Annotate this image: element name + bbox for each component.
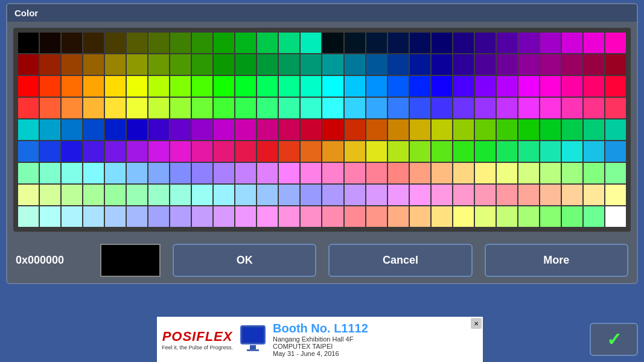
color-cell[interactable] (584, 141, 604, 162)
color-cell[interactable] (345, 163, 365, 183)
color-cell[interactable] (540, 163, 561, 183)
color-cell[interactable] (562, 54, 582, 75)
color-cell[interactable] (235, 206, 256, 227)
color-cell[interactable] (562, 119, 582, 140)
color-cell[interactable] (83, 76, 104, 97)
color-cell[interactable] (453, 54, 474, 75)
color-cell[interactable] (127, 185, 147, 205)
color-cell[interactable] (475, 163, 496, 183)
color-cell[interactable] (40, 163, 60, 183)
color-cell[interactable] (62, 141, 82, 162)
color-cell[interactable] (279, 119, 299, 140)
color-cell[interactable] (518, 119, 539, 140)
color-cell[interactable] (453, 206, 474, 227)
color-cell[interactable] (148, 98, 169, 118)
color-cell[interactable] (584, 98, 604, 118)
color-cell[interactable] (257, 206, 278, 227)
color-cell[interactable] (540, 98, 561, 118)
color-cell[interactable] (366, 206, 387, 227)
color-cell[interactable] (540, 33, 561, 53)
color-cell[interactable] (105, 206, 126, 227)
color-cell[interactable] (345, 141, 365, 162)
color-cell[interactable] (148, 119, 169, 140)
color-cell[interactable] (388, 141, 409, 162)
color-cell[interactable] (105, 185, 126, 205)
color-cell[interactable] (475, 119, 496, 140)
color-cell[interactable] (562, 163, 582, 183)
color-cell[interactable] (366, 141, 387, 162)
color-cell[interactable] (497, 119, 517, 140)
color-cell[interactable] (345, 185, 365, 205)
color-cell[interactable] (170, 33, 191, 53)
color-cell[interactable] (388, 54, 409, 75)
color-cell[interactable] (605, 76, 626, 97)
color-cell[interactable] (518, 141, 539, 162)
color-cell[interactable] (322, 33, 343, 53)
color-cell[interactable] (475, 206, 496, 227)
color-cell[interactable] (170, 76, 191, 97)
color-cell[interactable] (410, 98, 430, 118)
color-cell[interactable] (18, 185, 39, 205)
color-cell[interactable] (540, 141, 561, 162)
color-cell[interactable] (257, 185, 278, 205)
color-cell[interactable] (83, 98, 104, 118)
color-cell[interactable] (388, 98, 409, 118)
color-cell[interactable] (497, 163, 517, 183)
color-cell[interactable] (518, 206, 539, 227)
color-cell[interactable] (279, 163, 299, 183)
color-cell[interactable] (432, 163, 452, 183)
color-cell[interactable] (62, 119, 82, 140)
color-cell[interactable] (475, 98, 496, 118)
color-cell[interactable] (214, 185, 234, 205)
color-cell[interactable] (279, 206, 299, 227)
color-cell[interactable] (192, 76, 212, 97)
color-cell[interactable] (257, 141, 278, 162)
color-cell[interactable] (605, 54, 626, 75)
color-cell[interactable] (322, 206, 343, 227)
color-cell[interactable] (518, 163, 539, 183)
color-cell[interactable] (40, 54, 60, 75)
color-cell[interactable] (83, 119, 104, 140)
color-cell[interactable] (83, 54, 104, 75)
color-cell[interactable] (170, 141, 191, 162)
color-cell[interactable] (345, 33, 365, 53)
color-cell[interactable] (127, 163, 147, 183)
color-cell[interactable] (40, 98, 60, 118)
color-cell[interactable] (257, 54, 278, 75)
color-cell[interactable] (148, 185, 169, 205)
color-cell[interactable] (562, 33, 582, 53)
color-cell[interactable] (62, 33, 82, 53)
color-cell[interactable] (410, 185, 430, 205)
color-cell[interactable] (322, 98, 343, 118)
color-cell[interactable] (345, 54, 365, 75)
color-cell[interactable] (345, 119, 365, 140)
color-cell[interactable] (475, 54, 496, 75)
color-cell[interactable] (584, 33, 604, 53)
color-cell[interactable] (214, 206, 234, 227)
color-cell[interactable] (388, 33, 409, 53)
color-cell[interactable] (235, 119, 256, 140)
color-cell[interactable] (605, 206, 626, 227)
color-cell[interactable] (127, 54, 147, 75)
color-cell[interactable] (388, 76, 409, 97)
color-cell[interactable] (62, 98, 82, 118)
color-cell[interactable] (257, 163, 278, 183)
color-cell[interactable] (301, 206, 321, 227)
color-cell[interactable] (148, 33, 169, 53)
color-cell[interactable] (40, 119, 60, 140)
color-cell[interactable] (410, 141, 430, 162)
color-cell[interactable] (170, 98, 191, 118)
color-cell[interactable] (388, 185, 409, 205)
color-cell[interactable] (105, 54, 126, 75)
color-cell[interactable] (562, 185, 582, 205)
color-cell[interactable] (40, 185, 60, 205)
color-cell[interactable] (301, 98, 321, 118)
color-cell[interactable] (366, 98, 387, 118)
color-cell[interactable] (475, 76, 496, 97)
color-cell[interactable] (432, 206, 452, 227)
color-cell[interactable] (562, 76, 582, 97)
color-cell[interactable] (475, 185, 496, 205)
color-cell[interactable] (453, 76, 474, 97)
color-cell[interactable] (453, 163, 474, 183)
color-cell[interactable] (605, 141, 626, 162)
